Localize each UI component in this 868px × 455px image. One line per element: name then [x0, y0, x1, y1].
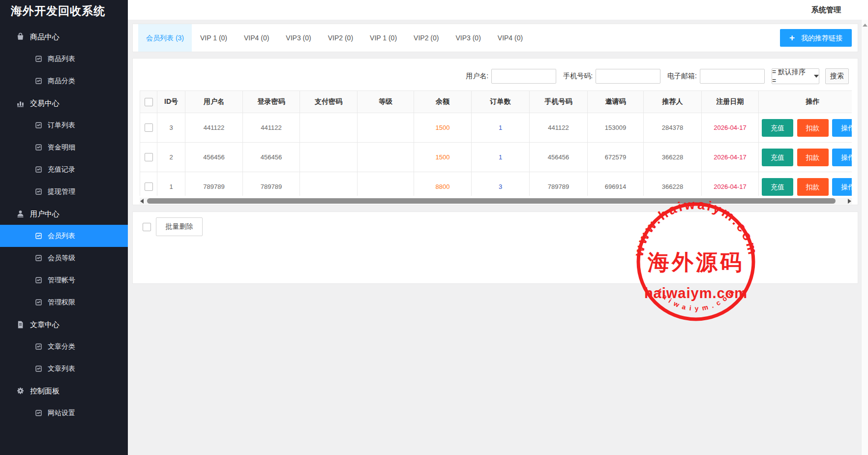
- sidebar-item-article-category[interactable]: 文章分类: [0, 335, 128, 358]
- deduct-button[interactable]: 扣款: [797, 149, 829, 166]
- col-username: 用户名: [185, 91, 243, 113]
- cell-id: 1: [157, 172, 185, 196]
- system-admin-menu[interactable]: 系统管理: [811, 0, 841, 20]
- report-icon: [35, 121, 42, 129]
- sidebar-item-site-settings[interactable]: 网站设置: [0, 402, 128, 424]
- tab-vip3-b[interactable]: VIP3 (0): [447, 24, 489, 52]
- sidebar-item-label: 控制面板: [30, 380, 60, 402]
- username-input[interactable]: [491, 69, 556, 84]
- deduct-button[interactable]: 扣款: [797, 178, 829, 196]
- report-icon: [35, 365, 42, 372]
- tab-member-list[interactable]: 会员列表 (3): [138, 24, 192, 52]
- col-balance: 余额: [414, 91, 472, 113]
- batch-delete-button[interactable]: 批量删除: [156, 217, 203, 236]
- report-icon: [35, 254, 42, 262]
- cell-level: [358, 172, 414, 196]
- tab-vip2-a[interactable]: VIP2 (0): [320, 24, 361, 52]
- cell-login-password: 441122: [243, 113, 300, 143]
- phone-input[interactable]: [596, 69, 660, 84]
- cell-orders-link[interactable]: 1: [472, 143, 530, 172]
- sidebar-item-label: 提现管理: [48, 181, 75, 203]
- operate-button[interactable]: 操作: [832, 178, 852, 196]
- stamp-center-en-text: haiwaiym.com: [644, 285, 748, 301]
- sidebar-item-admin-permissions[interactable]: 管理权限: [0, 291, 128, 313]
- sidebar-item-member-level[interactable]: 会员等级: [0, 247, 128, 269]
- tab-vip1-b[interactable]: VIP 1 (0): [361, 24, 405, 52]
- sidebar-item-label: 充值记录: [48, 158, 75, 181]
- email-input[interactable]: [700, 69, 765, 84]
- sidebar-item-trade-center[interactable]: 交易中心: [0, 92, 128, 114]
- username-label: 用户名:: [466, 72, 488, 81]
- tab-vip1-a[interactable]: VIP 1 (0): [192, 24, 236, 52]
- cell-pay-password: [300, 172, 358, 196]
- report-icon: [35, 166, 42, 173]
- deduct-button[interactable]: 扣款: [797, 119, 829, 137]
- cell-username: 789789: [185, 172, 243, 196]
- horizontal-scrollbar[interactable]: [140, 198, 852, 204]
- cell-orders-link[interactable]: 3: [472, 172, 530, 196]
- col-actions: 操作: [759, 91, 852, 113]
- sidebar-item-product-list[interactable]: 商品列表: [0, 48, 128, 70]
- sidebar-item-label: 文章中心: [30, 313, 60, 335]
- sidebar-item-label: 管理权限: [48, 291, 75, 313]
- col-pay-password: 支付密码: [300, 91, 358, 113]
- member-tabs: 会员列表 (3) VIP 1 (0) VIP4 (0) VIP3 (0) VIP…: [133, 24, 858, 52]
- cell-actions: 充值 扣款 操作: [759, 172, 852, 196]
- operate-button[interactable]: 操作: [832, 119, 852, 137]
- scroll-up-icon[interactable]: [863, 24, 868, 27]
- cell-username: 441122: [185, 113, 243, 143]
- sidebar-item-product-category[interactable]: 商品分类: [0, 70, 128, 92]
- bag-icon: [16, 32, 25, 41]
- cell-invite-code: 696914: [588, 172, 644, 196]
- sidebar-item-order-list[interactable]: 订单列表: [0, 114, 128, 136]
- main-content: 会员列表 (3) VIP 1 (0) VIP4 (0) VIP3 (0) VIP…: [128, 20, 868, 455]
- tab-vip4-a[interactable]: VIP4 (0): [236, 24, 277, 52]
- scroll-right-icon[interactable]: [848, 199, 851, 204]
- cell-orders-link[interactable]: 1: [472, 113, 530, 143]
- sidebar-item-article-center[interactable]: 文章中心: [0, 313, 128, 335]
- report-icon: [35, 188, 42, 195]
- recharge-button[interactable]: 充值: [762, 119, 793, 137]
- col-invite-code: 邀请码: [588, 91, 644, 113]
- scroll-left-icon[interactable]: [140, 199, 144, 204]
- horizontal-scrollbar-thumb[interactable]: [147, 198, 836, 204]
- cell-phone: 789789: [530, 172, 588, 196]
- table-row: 3 441122 441122 1500 1 441122 153009 284…: [140, 113, 852, 143]
- cell-phone: 441122: [530, 113, 588, 143]
- row-checkbox[interactable]: [145, 123, 153, 132]
- recharge-button[interactable]: 充值: [762, 178, 793, 196]
- sidebar-item-member-list[interactable]: 会员列表: [0, 225, 128, 247]
- table-row: 1 789789 789789 8800 3 789789 696914 366…: [140, 172, 852, 196]
- tab-vip3-a[interactable]: VIP3 (0): [277, 24, 319, 52]
- sidebar-item-recharge-records[interactable]: 充值记录: [0, 158, 128, 181]
- tab-vip4-b[interactable]: VIP4 (0): [489, 24, 531, 52]
- plus-icon: +: [789, 29, 795, 47]
- sidebar-item-withdraw-management[interactable]: 提现管理: [0, 181, 128, 203]
- sidebar-item-label: 商品中心: [30, 26, 60, 48]
- my-referral-link-button[interactable]: + 我的推荐链接: [780, 29, 852, 47]
- sidebar-item-label: 文章列表: [48, 358, 75, 380]
- operate-button[interactable]: 操作: [832, 149, 852, 166]
- batch-select-checkbox[interactable]: [143, 223, 151, 231]
- report-icon: [35, 409, 42, 417]
- recharge-button[interactable]: 充值: [762, 149, 793, 166]
- vertical-scrollbar[interactable]: [861, 20, 868, 455]
- cell-level: [358, 143, 414, 172]
- member-table-wrap: ID号 用户名 登录密码 支付密码 等级 余额 订单数 手机号码 邀请码 推荐人…: [140, 91, 852, 196]
- sidebar-item-article-list[interactable]: 文章列表: [0, 358, 128, 380]
- select-all-checkbox[interactable]: [145, 98, 153, 106]
- sidebar-item-fund-details[interactable]: 资金明细: [0, 136, 128, 158]
- col-orders: 订单数: [472, 91, 530, 113]
- row-checkbox[interactable]: [145, 182, 153, 191]
- sidebar-item-user-center[interactable]: 用户中心: [0, 203, 128, 225]
- search-button[interactable]: 搜索: [825, 68, 849, 84]
- cell-login-password: 789789: [243, 172, 300, 196]
- stamp-arc-bottom-text: h a i w a i y m . c o m: [656, 287, 736, 312]
- sort-select[interactable]: = 默认排序 =: [772, 68, 819, 84]
- row-checkbox[interactable]: [145, 153, 153, 161]
- sidebar-item-control-panel[interactable]: 控制面板: [0, 380, 128, 402]
- sidebar-item-label: 会员列表: [48, 225, 75, 247]
- tab-vip2-b[interactable]: VIP2 (0): [405, 24, 447, 52]
- sidebar-item-admin-accounts[interactable]: 管理帐号: [0, 269, 128, 291]
- sidebar-item-product-center[interactable]: 商品中心: [0, 26, 128, 48]
